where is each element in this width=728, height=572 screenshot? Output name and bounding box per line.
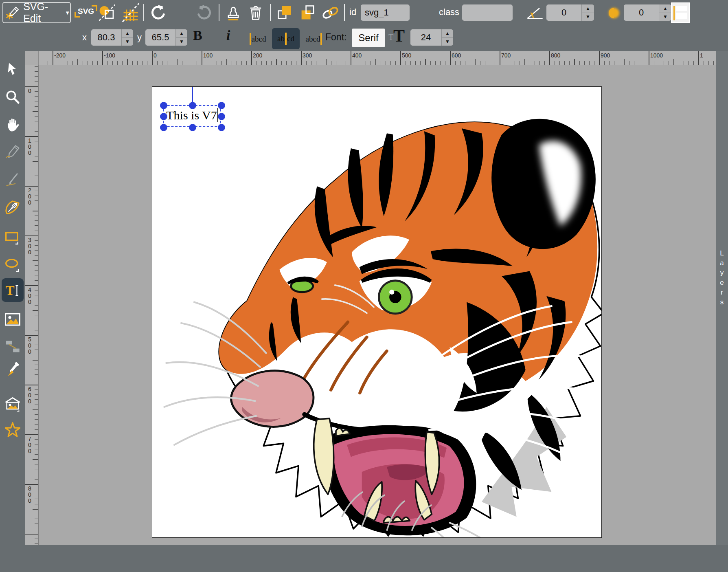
blur-spinner[interactable]: 0 ▲▼ [624, 4, 671, 21]
ruler-label: 500 [27, 337, 33, 355]
clone-button[interactable] [224, 4, 242, 22]
ruler-label: 700 [27, 436, 33, 454]
layers-panel-toggle[interactable]: Layers [716, 51, 728, 545]
link-icon [321, 5, 340, 21]
clone-stamp-icon [224, 4, 242, 22]
tiger-drawing[interactable] [152, 87, 601, 537]
selection-handle-sw[interactable] [160, 124, 167, 131]
main-toolbar: SVG-Edit ▼ SVG [0, 0, 728, 25]
angle-spin-buttons[interactable]: ▲▼ [581, 4, 594, 21]
blur-icon [606, 5, 622, 21]
selection-box[interactable]: This is V7 [163, 105, 221, 127]
view-source-button[interactable]: SVG [75, 5, 97, 18]
redo-button[interactable] [195, 4, 213, 22]
ruler-label: 600 [452, 52, 461, 59]
ruler-label: 0 [27, 88, 33, 94]
y-coordinate-value[interactable]: 65.5 [145, 29, 175, 46]
id-label: id [349, 7, 356, 18]
ruler-label: 200 [253, 52, 262, 59]
tool-zoom[interactable] [0, 86, 25, 108]
ruler-label: 0 [153, 52, 157, 59]
layers-panel-title: Layers [716, 249, 728, 307]
menu-caret-icon: ▼ [65, 10, 70, 16]
font-size-value[interactable]: 24 [410, 29, 441, 46]
y-coordinate-spinner[interactable]: 65.5 ▲▼ [145, 29, 187, 46]
x-coordinate-value[interactable]: 80.3 [91, 29, 121, 46]
toolbar-divider [219, 4, 219, 21]
font-size-spinner[interactable]: 24 ▲▼ [410, 29, 453, 46]
anchor-middle-bar-icon [285, 33, 287, 45]
ruler-label: 300 [27, 237, 33, 255]
ruler-label: 800 [27, 486, 33, 504]
text-anchor-start-button[interactable]: abcd [246, 31, 270, 47]
move-to-front-button[interactable] [276, 4, 294, 22]
rotation-angle-spinner[interactable]: 0 ▲▼ [546, 4, 594, 21]
star-icon [4, 421, 22, 439]
element-id-value: svg_1 [365, 7, 389, 18]
make-link-button[interactable] [321, 5, 340, 21]
blur-value[interactable]: 0 [624, 4, 659, 21]
ruler-label: -100 [104, 52, 115, 59]
tool-star[interactable] [0, 419, 25, 442]
tool-image[interactable] [0, 308, 25, 331]
move-to-back-button[interactable] [299, 4, 317, 22]
italic-button[interactable]: i [226, 28, 230, 43]
select-arrow-icon [5, 62, 20, 77]
ruler-label: 400 [352, 52, 362, 59]
toolbar-divider [270, 4, 271, 21]
class-label: class [439, 7, 459, 18]
y-label: y [137, 32, 142, 43]
ruler-label: 300 [303, 52, 312, 59]
tool-select[interactable] [0, 58, 25, 81]
tool-pan[interactable] [0, 113, 25, 136]
font-size-small-t: T [388, 33, 393, 42]
workspace[interactable]: This is V7 [39, 65, 716, 545]
x-spin-buttons[interactable]: ▲▼ [121, 29, 133, 46]
svg-edit-app: SVG-Edit ▼ SVG [0, 0, 728, 572]
selection-handle-s[interactable] [189, 124, 196, 131]
undo-icon [149, 4, 167, 22]
vertical-ruler: 0100200300400500600700800 [25, 65, 39, 545]
app-title: SVG-Edit [23, 1, 60, 24]
anchor-end-bar-icon [320, 33, 322, 45]
tool-connector[interactable] [0, 335, 25, 358]
wireframe-mode-button[interactable] [98, 3, 116, 22]
rotation-angle-value[interactable]: 0 [546, 4, 581, 21]
tool-line[interactable] [0, 168, 25, 191]
tool-text[interactable]: T [0, 279, 25, 302]
tool-shape-library[interactable] [0, 393, 25, 416]
font-size-icon: T [393, 26, 405, 46]
font-size-spin-buttons[interactable]: ▲▼ [441, 29, 453, 46]
tool-eyedropper[interactable] [0, 358, 25, 381]
font-family-selector[interactable]: Serif [352, 29, 385, 47]
x-label: x [82, 32, 87, 43]
line-icon [5, 172, 20, 187]
bold-button[interactable]: B [193, 28, 202, 43]
ruler-label: 200 [27, 187, 33, 206]
anchor-start-bar-icon [250, 33, 251, 45]
svg-canvas[interactable]: This is V7 [152, 86, 602, 538]
selection-handle-se[interactable] [218, 124, 225, 131]
element-id-input[interactable]: svg_1 [361, 4, 410, 21]
tool-rectangle[interactable] [0, 227, 25, 250]
text-anchor-end-button[interactable]: abcd [302, 31, 326, 47]
undo-button[interactable] [149, 4, 167, 22]
tool-pencil[interactable] [0, 141, 25, 163]
tool-ellipse[interactable] [0, 254, 25, 277]
snap-grid-button[interactable] [121, 2, 141, 23]
selected-text-element[interactable]: This is V7 [164, 108, 220, 122]
panel-icon[interactable] [671, 2, 690, 23]
ellipse-icon [4, 257, 21, 274]
toolbar-divider [344, 4, 345, 21]
tool-path[interactable] [0, 196, 25, 219]
text-anchor-middle-button[interactable]: ab cd [272, 28, 300, 49]
y-spin-buttons[interactable]: ▲▼ [175, 29, 187, 46]
element-class-input[interactable] [462, 4, 513, 21]
x-coordinate-spinner[interactable]: 80.3 ▲▼ [91, 29, 133, 46]
ruler-label: 400 [27, 287, 33, 305]
redo-icon [195, 4, 213, 22]
delete-button[interactable] [247, 4, 265, 22]
main-menu-button[interactable]: SVG-Edit ▼ [2, 2, 71, 23]
blur-spin-buttons[interactable]: ▲▼ [659, 4, 671, 21]
text-tool-icon: T [4, 282, 22, 299]
